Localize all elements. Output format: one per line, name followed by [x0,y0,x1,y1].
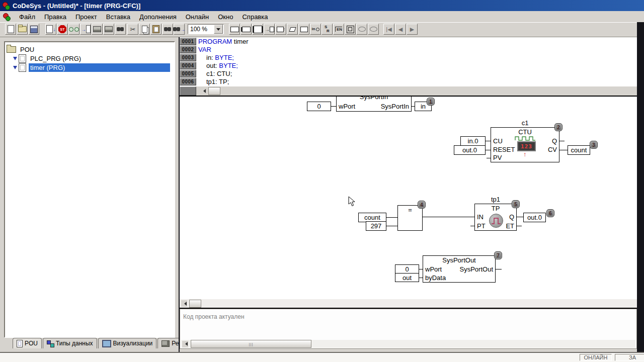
paste-button[interactable] [150,24,162,35]
message-scrollbar[interactable]: ||| [181,340,635,348]
logout-plc-button[interactable] [103,24,114,35]
negate-input-button[interactable]: in [310,24,321,35]
tab-pou[interactable]: POU [13,338,42,348]
step-into-button[interactable]: → [80,24,91,35]
scroll-left-icon[interactable] [182,341,188,347]
cfc-block-sysportin[interactable]: SysPortIn wPort SysPortIn [336,97,412,112]
insert-function-block-button[interactable] [252,24,263,35]
scroll-left-icon[interactable] [200,88,206,95]
tab-data-types[interactable]: Типы данных [43,338,97,348]
cfc-scrollbar[interactable] [180,299,637,308]
insert-box-with-input-button[interactable] [240,24,252,35]
insert-output-button[interactable] [298,24,309,35]
cfc-block-ctu[interactable]: CTU CU RESET PV Q CV 123 ↑ [491,127,559,162]
menu-insert[interactable]: Вставка [102,12,135,22]
scroll-left-icon[interactable] [181,300,187,307]
line-number: 0003 [180,54,196,61]
scroll-thumb[interactable] [208,87,220,95]
cfc-input-box[interactable]: out [395,273,419,282]
cfc-input-box[interactable]: 0 [395,264,419,274]
menu-online[interactable]: Онлайн [181,12,214,22]
menu-window[interactable]: Окно [213,12,237,22]
cfc-output-box[interactable]: out.0 [523,213,546,222]
save-button[interactable] [28,24,39,35]
pin-wport: wPort [425,265,442,273]
menu-file[interactable]: Файл [15,12,40,22]
menu-project[interactable]: Проект [71,12,102,22]
set-reset-button[interactable]: SR [321,24,333,35]
declaration-scrollbar[interactable] [180,86,637,96]
tree-item-plc-prg[interactable]: PLC_PRG (PRG) [12,54,177,63]
monitoring-button[interactable] [68,24,79,35]
codesys-window: CoDeSys - (Untitled)* - [timer (PRG-CFC)… [0,0,644,362]
pin-cv: CV [548,146,557,153]
cfc-output-box[interactable]: count [568,145,590,155]
cfc-editor[interactable]: 0 SysPortIn wPort SysPortIn in 1 c1 in.0… [180,97,637,299]
dropdown-arrow-icon[interactable] [214,25,223,34]
title-bar: CoDeSys - (Untitled)* - [timer (PRG-CFC)… [0,0,644,11]
down-arrow-icon: ↓ [53,27,56,32]
cfc-input-box[interactable]: 297 [366,221,386,231]
insert-input-button[interactable]: → [264,24,275,35]
order-to-front-button[interactable] [345,24,356,35]
cfc-input-box[interactable]: out.0 [454,145,486,155]
open-file-button[interactable] [17,24,28,35]
negate-icon: in [311,27,315,31]
insert-box-button[interactable] [229,24,240,35]
declaration-editor[interactable]: 0001PROGRAM timer 0002VAR 0003in: BYTE; … [180,37,637,86]
order-move-button[interactable] [368,24,379,35]
cfc-input-box[interactable]: in.0 [460,136,486,146]
nav-start-button[interactable]: |◀ [383,24,394,35]
code-line: 0005c1: CTU; [180,69,637,77]
en-icon: EN [335,27,342,32]
oval-icon [370,27,377,32]
tree-item-timer[interactable]: timer (PRG) [12,63,170,72]
order-badge: 7 [494,251,502,259]
tab-visualizations[interactable]: Визуализации [98,338,157,348]
menu-extras[interactable]: Дополнения [135,12,181,22]
colon-mark: : [284,27,285,31]
cfc-block-eq[interactable]: = [397,205,423,231]
cfc-input-box[interactable]: 0 [307,102,331,111]
output-box-icon [300,27,308,32]
download-icon [46,25,53,33]
tree-root-pou[interactable]: POU [7,45,172,54]
save-disk-icon [30,26,38,33]
block-title: SysPortIn [337,97,411,101]
pin-q: Q [509,213,514,221]
order-behind-button[interactable] [356,24,367,35]
cfc-block-tp[interactable]: TP IN PT Q ET [474,204,517,231]
search-project-button[interactable] [115,24,126,35]
wire [331,106,336,107]
en-pin-button[interactable]: EN [333,24,344,35]
find-next-button[interactable]: → [174,24,185,35]
document-logo-icon [3,13,11,21]
pin-et: ET [506,222,514,230]
nav-forward-icon: ▶ [410,27,414,32]
stop-st-button[interactable]: ST [57,24,68,35]
nav-back-button[interactable]: ◀ [395,24,406,35]
nav-forward-button[interactable]: ▶ [407,24,418,35]
menu-edit[interactable]: Правка [40,12,71,22]
box-icon [230,27,239,32]
download-arrow-icon [13,57,17,62]
zoom-dropdown[interactable]: 100 % [188,24,224,34]
download-button[interactable]: ↓ [45,24,56,35]
new-file-button[interactable] [5,24,16,35]
oval-icon [358,27,366,32]
scroll-thumb[interactable]: ||| [191,340,311,348]
nav-back-icon: ◀ [398,27,403,32]
line-number: 0005 [180,70,196,77]
cut-button[interactable]: ✂ [127,24,138,35]
login-plc-button[interactable] [92,24,103,35]
menu-help[interactable]: Справка [237,12,272,22]
insert-inout-button[interactable] [287,24,298,35]
order-badge: 3 [590,141,598,149]
insert-box-properties-button[interactable]: : [275,24,286,35]
pin-stub [487,158,491,158]
copy-button[interactable] [139,24,150,35]
find-button[interactable] [162,24,173,35]
cfc-block-sysportout[interactable]: SysPortOut wPort byData SysPortOut [423,255,496,283]
scroll-thumb[interactable] [189,300,201,308]
block-title: CTU [491,128,559,136]
